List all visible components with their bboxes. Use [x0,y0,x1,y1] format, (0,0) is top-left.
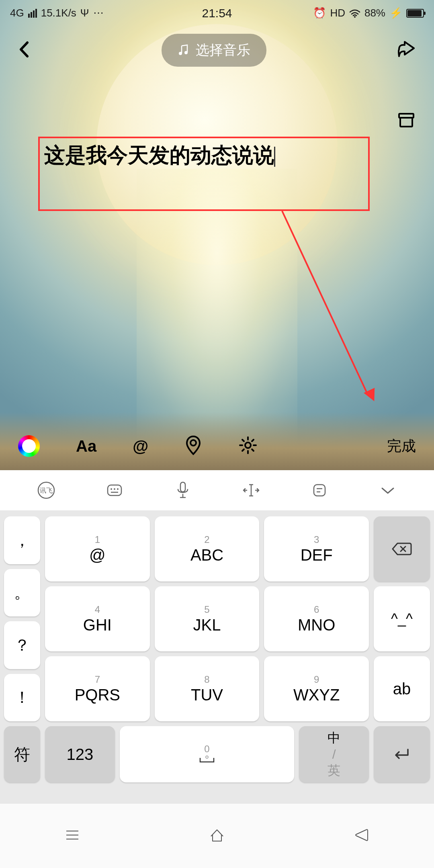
key-7[interactable]: 7PQRS [45,656,150,721]
net-speed: 15.1K/s [41,7,76,19]
usb-icon: Ψ [80,7,89,19]
done-button[interactable]: 完成 [387,436,416,456]
svg-point-21 [206,756,208,758]
battery-icon [406,9,424,18]
key-5[interactable]: 5JKL [155,586,260,651]
music-label: 选择音乐 [196,41,250,59]
clock: 21:54 [202,6,232,20]
wifi-icon [349,9,360,18]
key-space[interactable]: 0 [120,726,294,782]
select-music-button[interactable]: 选择音乐 [162,34,266,67]
key-enter[interactable] [374,726,430,782]
hd-label: HD [330,7,345,19]
battery-pct: 88% [364,7,385,19]
enter-icon [392,746,412,762]
key-4[interactable]: 4GHI [45,586,150,651]
svg-point-1 [179,52,182,55]
share-button[interactable] [396,39,418,61]
clipboard-button[interactable] [309,480,330,500]
svg-point-11 [114,488,115,490]
svg-rect-18 [314,485,325,496]
location-button[interactable] [184,435,202,457]
archive-button[interactable] [397,111,416,131]
svg-point-0 [354,16,356,18]
key-symbols[interactable]: 符 [4,726,40,782]
system-nav-bar [0,804,434,868]
key-1[interactable]: 1@ [45,516,150,581]
key-2[interactable]: 2ABC [155,516,260,581]
svg-point-10 [111,488,112,490]
alarm-icon: ⏰ [313,7,326,19]
svg-point-5 [190,440,196,446]
settings-button[interactable] [238,436,258,457]
svg-rect-14 [180,482,185,492]
svg-rect-4 [400,118,412,127]
signal-icon [28,9,37,18]
key-8[interactable]: 8TUV [155,656,260,721]
nav-back-button[interactable] [352,825,372,847]
key-language[interactable]: 中/英 [299,726,369,782]
key-ab[interactable]: ab [374,656,430,721]
svg-text:讯飞: 讯飞 [40,487,53,494]
more-icon: ⋯ [93,7,104,19]
key-6[interactable]: 6MNO [264,586,369,651]
key-period[interactable]: 。 [4,569,40,617]
voice-input-button[interactable] [173,480,193,500]
ime-logo-button[interactable]: 讯飞 [36,480,56,500]
nav-home-button[interactable] [207,825,227,847]
mention-button[interactable]: @ [133,437,148,455]
key-9[interactable]: 9WXYZ [264,656,369,721]
color-picker-button[interactable] [18,435,40,457]
charging-icon: ⚡ [389,7,402,19]
key-exclaim[interactable]: ！ [4,674,40,722]
key-3[interactable]: 3DEF [264,516,369,581]
annotation-box [38,137,370,211]
collapse-keyboard-button[interactable] [378,480,398,500]
key-comma[interactable]: ， [4,516,40,564]
svg-point-12 [117,488,119,490]
svg-point-6 [245,442,251,448]
status-bar: 4G 15.1K/s Ψ ⋯ 21:54 ⏰ HD 88% ⚡ [0,0,434,26]
space-icon [197,755,217,765]
svg-rect-9 [108,485,121,495]
backspace-icon [391,541,413,557]
music-icon [178,44,190,56]
keyboard-layout-button[interactable] [104,480,125,500]
font-button[interactable]: Aa [76,437,96,455]
cursor-move-button[interactable] [241,480,261,500]
back-button[interactable] [16,39,32,61]
key-numbers[interactable]: 123 [45,726,115,782]
key-emoji[interactable]: ^_^ [374,586,430,651]
nav-menu-button[interactable] [62,825,82,847]
key-backspace[interactable] [374,516,430,581]
key-question[interactable]: ？ [4,621,40,669]
svg-point-2 [184,51,188,54]
network-label: 4G [10,7,24,19]
